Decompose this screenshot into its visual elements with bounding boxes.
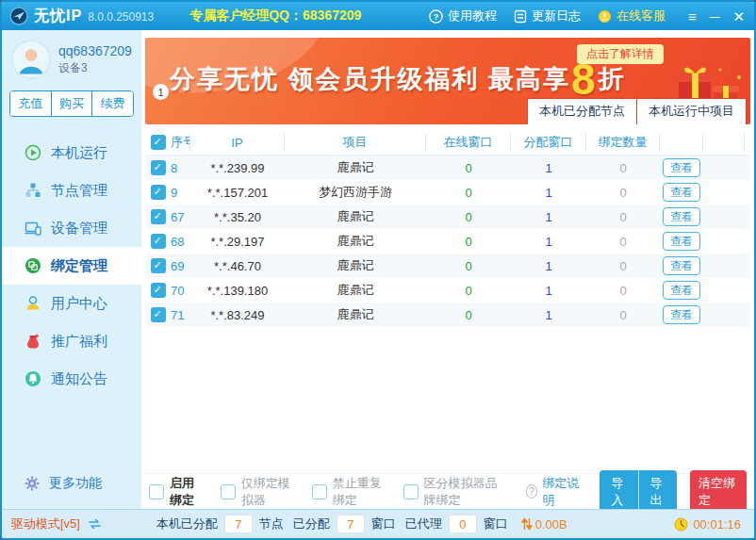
enable-binding-checkbox[interactable] [149, 484, 164, 499]
support-label: 在线客服 [616, 8, 666, 25]
user-icon [25, 295, 41, 312]
row-checkbox[interactable] [151, 307, 166, 322]
sidebar-item-user-center[interactable]: 用户中心 [2, 285, 141, 322]
changelog-label: 更新日志 [532, 8, 581, 25]
row-checkbox[interactable] [151, 258, 166, 273]
sidebar-item-node-management[interactable]: 节点管理 [2, 172, 141, 209]
view-button[interactable]: 查看 [663, 281, 700, 300]
avatar[interactable] [11, 40, 51, 79]
row-seq: 67 [171, 210, 184, 224]
view-button[interactable]: 查看 [663, 256, 700, 275]
row-checkbox[interactable] [151, 234, 166, 249]
row-checkbox[interactable] [151, 185, 166, 200]
row-project: 鹿鼎记 [285, 233, 426, 250]
row-bound: 0 [586, 284, 660, 298]
account-buttons: 充值 购买 续费 [9, 90, 134, 117]
row-project: 鹿鼎记 [285, 306, 426, 323]
traffic-indicator: 0.00B [521, 517, 567, 532]
binding-help-label: 绑定说明 [542, 475, 581, 509]
table-row: 68 *.*.29.197 鹿鼎记 0 1 0 查看 [145, 229, 750, 254]
brand-binding-checkbox-group[interactable]: 区分模拟器品牌绑定 [403, 475, 509, 509]
row-ip: *.*.83.249 [190, 308, 285, 322]
binding-help-link[interactable]: ? 绑定说明 [526, 475, 581, 509]
export-button[interactable]: 导出 [639, 470, 677, 514]
table-row: 8 *.*.239.99 鹿鼎记 0 1 0 查看 [145, 155, 750, 180]
proxy-window-count: 0 [449, 515, 477, 533]
support-button[interactable]: 在线客服 [598, 8, 666, 25]
sidebar-item-device-management[interactable]: 设备管理 [2, 209, 141, 247]
sidebar-item-local-run[interactable]: 本机运行 [2, 134, 141, 172]
buy-button[interactable]: 购买 [52, 91, 93, 116]
clear-binding-button[interactable]: 清空绑定 [690, 470, 747, 514]
promo-banner[interactable]: 分享无忧 领会员升级福利 最高享8折 点击了解详情 1 本机已分配节点 本机运行 [145, 38, 750, 124]
renew-button[interactable]: 续费 [92, 91, 133, 116]
table-row: 9 *.*.157.201 梦幻西游手游 0 1 0 查看 [145, 180, 750, 205]
device-icon [25, 220, 41, 237]
banner-headline: 分享无忧 领会员升级福利 最高享8折 [170, 57, 626, 101]
table-row: 70 *.*.139.180 鹿鼎记 0 1 0 查看 [145, 278, 750, 303]
row-online: 0 [426, 284, 511, 298]
view-button[interactable]: 查看 [663, 158, 700, 177]
more-functions-button[interactable]: 更多功能 [2, 467, 141, 499]
emulator-only-checkbox[interactable] [221, 484, 236, 499]
view-button[interactable]: 查看 [663, 305, 700, 324]
question-circle-icon: ? [526, 484, 537, 499]
brand-binding-checkbox[interactable] [403, 484, 419, 499]
enable-binding-checkbox-group[interactable]: 启用绑定 [149, 475, 205, 509]
header-action [660, 134, 703, 151]
switch-mode-icon[interactable] [87, 517, 103, 531]
row-seq: 9 [171, 186, 177, 200]
view-button[interactable]: 查看 [663, 232, 700, 251]
proxy-label: 已代理 [405, 515, 442, 532]
row-ip: *.*.157.201 [190, 186, 285, 200]
recharge-button[interactable]: 充值 [10, 91, 52, 116]
view-tabs: 本机已分配节点 本机运行中项目 [527, 98, 747, 124]
sidebar-item-label: 设备管理 [51, 220, 107, 237]
tab-running-projects[interactable]: 本机运行中项目 [636, 99, 746, 124]
sidebar-item-announcements[interactable]: 通知公告 [2, 360, 141, 398]
banner-details-badge[interactable]: 点击了解详情 [577, 44, 664, 64]
row-checkbox[interactable] [151, 283, 166, 298]
view-button[interactable]: 查看 [663, 207, 700, 226]
sidebar-item-label: 绑定管理 [51, 257, 107, 275]
app-title: 无忧IP [34, 7, 82, 26]
tutorial-label: 使用教程 [448, 8, 497, 25]
no-duplicate-label: 禁止重复绑定 [333, 475, 388, 509]
sidebar-item-binding-management[interactable]: 绑定管理 [2, 247, 141, 285]
question-circle-icon: ? [429, 9, 443, 24]
row-ip: *.*.46.70 [190, 259, 285, 273]
row-seq: 70 [171, 284, 184, 298]
row-project: 鹿鼎记 [285, 159, 426, 176]
header-project: 项目 [285, 134, 426, 151]
sidebar: qq68367209 设备3 充值 购买 续费 本机运行 [2, 30, 141, 509]
select-all-checkbox[interactable] [151, 135, 166, 150]
import-button[interactable]: 导入 [600, 470, 638, 514]
row-bound: 0 [586, 210, 660, 224]
changelog-button[interactable]: 更新日志 [514, 8, 581, 25]
brand-binding-label: 区分模拟器品牌绑定 [424, 475, 509, 509]
row-ip: *.*.239.99 [190, 161, 285, 175]
header-ip: IP [190, 134, 285, 151]
sidebar-item-label: 节点管理 [51, 182, 107, 200]
row-checkbox[interactable] [151, 209, 166, 224]
traffic-arrows-icon [521, 517, 533, 531]
header-extra [745, 134, 750, 151]
no-duplicate-checkbox[interactable] [312, 484, 327, 499]
banner-page-indicator[interactable]: 1 [153, 84, 169, 100]
allocation-stats: 本机已分配 7 节点 已分配 7 窗口 已代理 0 窗口 0.00B [156, 515, 567, 533]
close-button[interactable]: ✕ [732, 9, 745, 24]
tab-assigned-nodes[interactable]: 本机已分配节点 [528, 99, 636, 124]
play-icon [25, 144, 41, 161]
driver-mode: 驱动模式[v5] [11, 515, 103, 532]
app-version: 8.0.0.250913 [88, 10, 154, 24]
row-checkbox[interactable] [151, 160, 166, 175]
minimize-button[interactable]: ─ [710, 9, 720, 24]
menu-button[interactable]: ≡ [688, 9, 697, 24]
no-duplicate-checkbox-group[interactable]: 禁止重复绑定 [312, 475, 388, 509]
sidebar-item-promotion[interactable]: 推广福利 [2, 322, 141, 360]
emulator-only-checkbox-group[interactable]: 仅绑定模拟器 [221, 475, 297, 509]
view-button[interactable]: 查看 [663, 183, 700, 202]
table-header: 序号 IP 项目 在线窗口 分配窗口 绑定数量 [145, 130, 750, 155]
tutorial-button[interactable]: ? 使用教程 [429, 8, 497, 25]
uptime: 00:01:16 [674, 517, 741, 532]
